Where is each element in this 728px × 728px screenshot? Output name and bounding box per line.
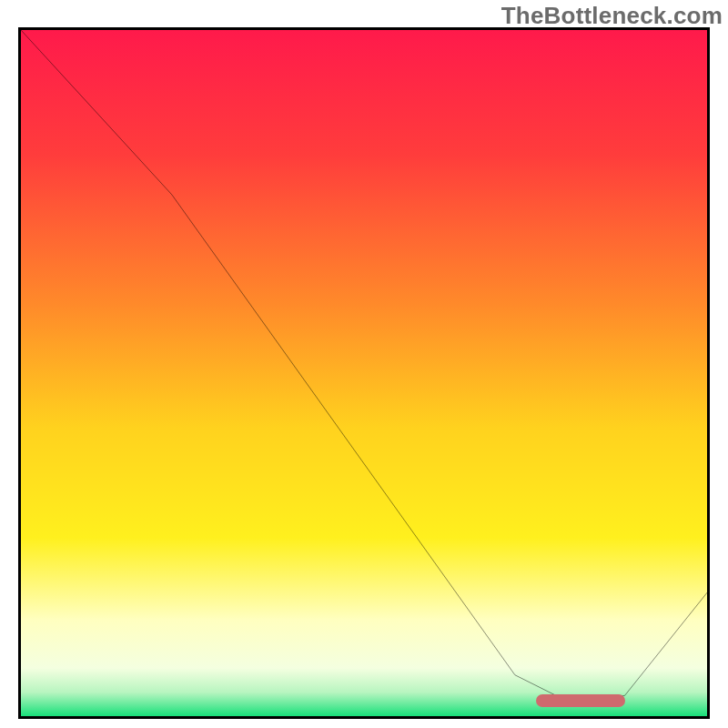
watermark-text: TheBottleneck.com (501, 2, 723, 30)
bottleneck-chart: TheBottleneck.com (0, 0, 728, 728)
bottleneck-curve-line (21, 30, 707, 703)
curve-layer (21, 30, 707, 716)
optimal-range-marker (536, 694, 625, 707)
plot-area (18, 27, 710, 719)
